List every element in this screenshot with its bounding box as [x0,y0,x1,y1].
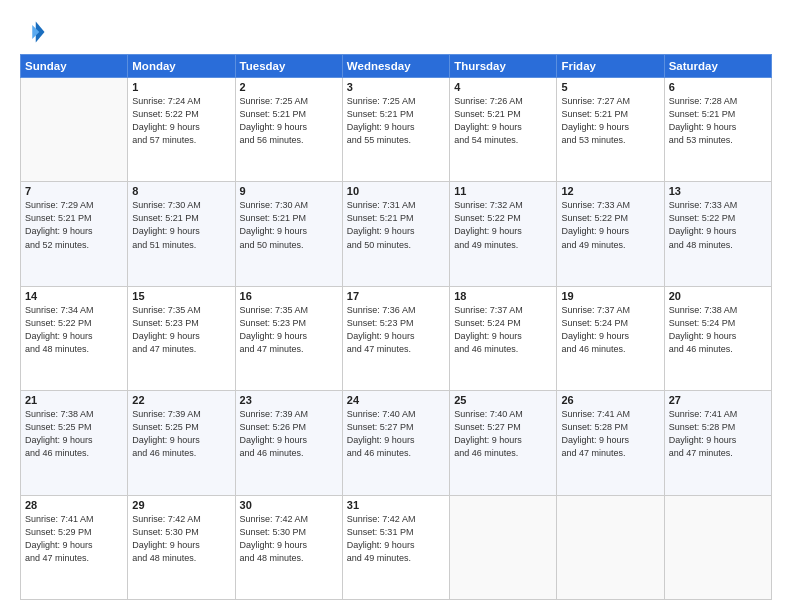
calendar-cell: 4Sunrise: 7:26 AM Sunset: 5:21 PM Daylig… [450,78,557,182]
day-info: Sunrise: 7:37 AM Sunset: 5:24 PM Dayligh… [454,304,552,356]
day-info: Sunrise: 7:38 AM Sunset: 5:25 PM Dayligh… [25,408,123,460]
weekday-header: Sunday [21,55,128,78]
day-info: Sunrise: 7:42 AM Sunset: 5:30 PM Dayligh… [240,513,338,565]
calendar-cell: 14Sunrise: 7:34 AM Sunset: 5:22 PM Dayli… [21,286,128,390]
calendar-week-row: 21Sunrise: 7:38 AM Sunset: 5:25 PM Dayli… [21,391,772,495]
calendar-week-row: 7Sunrise: 7:29 AM Sunset: 5:21 PM Daylig… [21,182,772,286]
calendar-cell: 19Sunrise: 7:37 AM Sunset: 5:24 PM Dayli… [557,286,664,390]
day-number: 20 [669,290,767,302]
header [20,18,772,46]
calendar-week-row: 1Sunrise: 7:24 AM Sunset: 5:22 PM Daylig… [21,78,772,182]
calendar-cell: 17Sunrise: 7:36 AM Sunset: 5:23 PM Dayli… [342,286,449,390]
day-info: Sunrise: 7:42 AM Sunset: 5:30 PM Dayligh… [132,513,230,565]
day-number: 21 [25,394,123,406]
day-number: 24 [347,394,445,406]
calendar-cell: 23Sunrise: 7:39 AM Sunset: 5:26 PM Dayli… [235,391,342,495]
day-info: Sunrise: 7:41 AM Sunset: 5:28 PM Dayligh… [561,408,659,460]
day-number: 15 [132,290,230,302]
calendar-cell: 15Sunrise: 7:35 AM Sunset: 5:23 PM Dayli… [128,286,235,390]
day-number: 30 [240,499,338,511]
calendar-cell: 5Sunrise: 7:27 AM Sunset: 5:21 PM Daylig… [557,78,664,182]
calendar-table: SundayMondayTuesdayWednesdayThursdayFrid… [20,54,772,600]
day-info: Sunrise: 7:30 AM Sunset: 5:21 PM Dayligh… [132,199,230,251]
calendar-cell: 12Sunrise: 7:33 AM Sunset: 5:22 PM Dayli… [557,182,664,286]
calendar-cell: 2Sunrise: 7:25 AM Sunset: 5:21 PM Daylig… [235,78,342,182]
calendar-cell: 18Sunrise: 7:37 AM Sunset: 5:24 PM Dayli… [450,286,557,390]
day-info: Sunrise: 7:35 AM Sunset: 5:23 PM Dayligh… [240,304,338,356]
weekday-header: Thursday [450,55,557,78]
calendar-cell: 27Sunrise: 7:41 AM Sunset: 5:28 PM Dayli… [664,391,771,495]
calendar-week-row: 28Sunrise: 7:41 AM Sunset: 5:29 PM Dayli… [21,495,772,599]
day-number: 26 [561,394,659,406]
day-info: Sunrise: 7:39 AM Sunset: 5:25 PM Dayligh… [132,408,230,460]
day-number: 6 [669,81,767,93]
day-info: Sunrise: 7:31 AM Sunset: 5:21 PM Dayligh… [347,199,445,251]
calendar-cell: 25Sunrise: 7:40 AM Sunset: 5:27 PM Dayli… [450,391,557,495]
day-info: Sunrise: 7:30 AM Sunset: 5:21 PM Dayligh… [240,199,338,251]
day-number: 10 [347,185,445,197]
calendar-cell: 20Sunrise: 7:38 AM Sunset: 5:24 PM Dayli… [664,286,771,390]
logo [20,18,52,46]
day-number: 29 [132,499,230,511]
calendar-cell: 28Sunrise: 7:41 AM Sunset: 5:29 PM Dayli… [21,495,128,599]
day-number: 9 [240,185,338,197]
calendar-cell: 6Sunrise: 7:28 AM Sunset: 5:21 PM Daylig… [664,78,771,182]
day-info: Sunrise: 7:33 AM Sunset: 5:22 PM Dayligh… [561,199,659,251]
day-number: 2 [240,81,338,93]
day-number: 18 [454,290,552,302]
calendar-cell: 29Sunrise: 7:42 AM Sunset: 5:30 PM Dayli… [128,495,235,599]
day-info: Sunrise: 7:36 AM Sunset: 5:23 PM Dayligh… [347,304,445,356]
calendar-cell: 13Sunrise: 7:33 AM Sunset: 5:22 PM Dayli… [664,182,771,286]
calendar-cell: 22Sunrise: 7:39 AM Sunset: 5:25 PM Dayli… [128,391,235,495]
day-number: 16 [240,290,338,302]
calendar-cell: 9Sunrise: 7:30 AM Sunset: 5:21 PM Daylig… [235,182,342,286]
day-number: 27 [669,394,767,406]
day-number: 5 [561,81,659,93]
day-info: Sunrise: 7:42 AM Sunset: 5:31 PM Dayligh… [347,513,445,565]
day-info: Sunrise: 7:41 AM Sunset: 5:28 PM Dayligh… [669,408,767,460]
day-info: Sunrise: 7:39 AM Sunset: 5:26 PM Dayligh… [240,408,338,460]
day-number: 14 [25,290,123,302]
day-number: 3 [347,81,445,93]
day-number: 31 [347,499,445,511]
weekday-header: Wednesday [342,55,449,78]
calendar-cell [450,495,557,599]
calendar-cell [21,78,128,182]
weekday-header: Friday [557,55,664,78]
day-info: Sunrise: 7:33 AM Sunset: 5:22 PM Dayligh… [669,199,767,251]
day-info: Sunrise: 7:28 AM Sunset: 5:21 PM Dayligh… [669,95,767,147]
calendar-cell: 30Sunrise: 7:42 AM Sunset: 5:30 PM Dayli… [235,495,342,599]
day-number: 11 [454,185,552,197]
day-number: 17 [347,290,445,302]
day-number: 19 [561,290,659,302]
calendar-week-row: 14Sunrise: 7:34 AM Sunset: 5:22 PM Dayli… [21,286,772,390]
day-info: Sunrise: 7:29 AM Sunset: 5:21 PM Dayligh… [25,199,123,251]
day-number: 28 [25,499,123,511]
weekday-header: Tuesday [235,55,342,78]
day-number: 12 [561,185,659,197]
day-info: Sunrise: 7:40 AM Sunset: 5:27 PM Dayligh… [347,408,445,460]
calendar-cell: 24Sunrise: 7:40 AM Sunset: 5:27 PM Dayli… [342,391,449,495]
day-info: Sunrise: 7:25 AM Sunset: 5:21 PM Dayligh… [240,95,338,147]
calendar-cell: 21Sunrise: 7:38 AM Sunset: 5:25 PM Dayli… [21,391,128,495]
day-number: 7 [25,185,123,197]
logo-icon [20,18,48,46]
day-info: Sunrise: 7:34 AM Sunset: 5:22 PM Dayligh… [25,304,123,356]
calendar-cell: 31Sunrise: 7:42 AM Sunset: 5:31 PM Dayli… [342,495,449,599]
calendar-cell [557,495,664,599]
day-number: 1 [132,81,230,93]
day-info: Sunrise: 7:24 AM Sunset: 5:22 PM Dayligh… [132,95,230,147]
calendar-cell [664,495,771,599]
day-info: Sunrise: 7:27 AM Sunset: 5:21 PM Dayligh… [561,95,659,147]
calendar-cell: 1Sunrise: 7:24 AM Sunset: 5:22 PM Daylig… [128,78,235,182]
day-info: Sunrise: 7:32 AM Sunset: 5:22 PM Dayligh… [454,199,552,251]
calendar-cell: 26Sunrise: 7:41 AM Sunset: 5:28 PM Dayli… [557,391,664,495]
calendar-cell: 3Sunrise: 7:25 AM Sunset: 5:21 PM Daylig… [342,78,449,182]
day-info: Sunrise: 7:41 AM Sunset: 5:29 PM Dayligh… [25,513,123,565]
day-number: 8 [132,185,230,197]
calendar-cell: 11Sunrise: 7:32 AM Sunset: 5:22 PM Dayli… [450,182,557,286]
day-number: 25 [454,394,552,406]
day-number: 13 [669,185,767,197]
calendar-cell: 8Sunrise: 7:30 AM Sunset: 5:21 PM Daylig… [128,182,235,286]
calendar-header-row: SundayMondayTuesdayWednesdayThursdayFrid… [21,55,772,78]
